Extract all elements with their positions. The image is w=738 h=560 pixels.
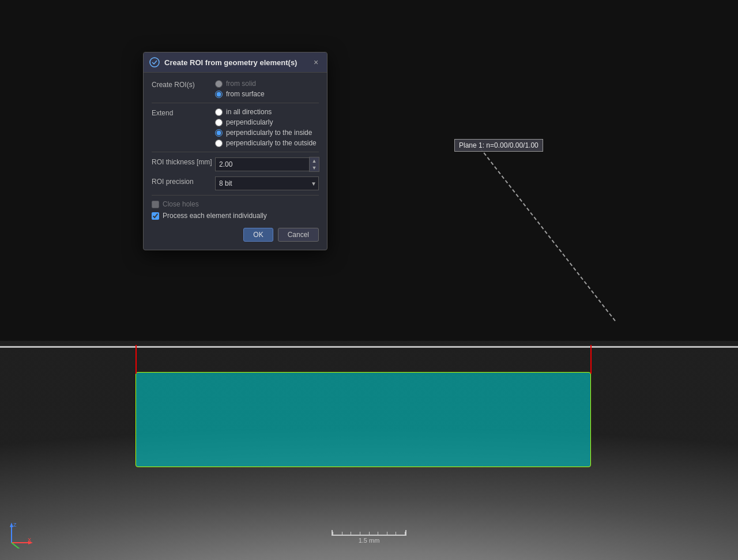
extend-perp-radio[interactable] <box>215 119 223 126</box>
separator-1 <box>152 103 319 103</box>
process-each-label: Process each element individually <box>163 212 267 220</box>
scale-bar-tick <box>396 532 396 535</box>
roi-thickness-spinner: ▲ ▼ <box>215 157 319 172</box>
scale-bar-tick <box>351 532 351 535</box>
surface-line <box>0 346 738 348</box>
scale-bar-line <box>332 530 406 536</box>
roi-thickness-label: ROI thickness [mm] <box>152 157 215 166</box>
create-roi-row: Create ROI(s) from solid from surface <box>152 80 319 98</box>
create-roi-controls: from solid from surface <box>215 80 319 98</box>
extend-all-directions[interactable]: in all directions <box>215 108 319 116</box>
scale-bar-tick <box>360 532 360 535</box>
scale-bar-tick <box>333 532 333 535</box>
extend-row: Extend in all directions perpendicularly… <box>152 108 319 147</box>
roi-box <box>135 372 591 467</box>
from-solid-label: from solid <box>226 80 256 88</box>
spinner-down-button[interactable]: ▼ <box>310 164 319 171</box>
axis-indicator: Z X <box>6 520 35 548</box>
dashed-line <box>480 148 616 321</box>
extend-controls: in all directions perpendicularly perpen… <box>215 108 319 147</box>
extend-perp-inside-radio[interactable] <box>215 129 223 137</box>
close-holes-label: Close holes <box>163 200 199 208</box>
svg-text:Z: Z <box>13 522 17 528</box>
spinner-up-button[interactable]: ▲ <box>310 157 319 164</box>
dialog-body: Create ROI(s) from solid from surface Ex… <box>144 73 327 250</box>
dialog-titlebar: Create ROI from geometry element(s) × <box>144 52 327 73</box>
from-surface-radio[interactable] <box>215 91 223 98</box>
extend-perp-outside[interactable]: perpendicularly to the outside <box>215 139 319 147</box>
dialog-title-icon <box>149 57 160 67</box>
extend-perp-inside-label: perpendicularly to the inside <box>226 129 312 137</box>
red-line-left <box>135 345 137 374</box>
extend-perp-outside-radio[interactable] <box>215 140 223 147</box>
dialog-footer: OK Cancel <box>152 228 319 242</box>
from-surface-label: from surface <box>226 90 265 98</box>
from-solid-option[interactable]: from solid <box>215 80 319 88</box>
separator-3 <box>152 195 319 196</box>
close-button[interactable]: × <box>311 57 321 67</box>
from-solid-radio[interactable] <box>215 80 223 88</box>
extend-perp-inside[interactable]: perpendicularly to the inside <box>215 129 319 137</box>
scale-bar: 1.5 mm <box>332 530 406 544</box>
scale-bar-tick <box>378 532 378 535</box>
roi-precision-controls: 8 bit 16 bit 32 bit ▼ <box>215 176 319 190</box>
roi-thickness-input[interactable] <box>215 157 309 171</box>
roi-precision-select-wrapper: 8 bit 16 bit 32 bit ▼ <box>215 176 319 190</box>
spinner-buttons: ▲ ▼ <box>309 157 319 172</box>
extend-perp-outside-label: perpendicularly to the outside <box>226 139 317 147</box>
scale-bar-label: 1.5 mm <box>359 537 380 544</box>
ok-button[interactable]: OK <box>243 228 273 242</box>
viewport: Plane 1: n=0.00/0.00/1.00 1.5 mm Z <box>0 0 738 560</box>
roi-thickness-controls: ▲ ▼ <box>215 157 319 172</box>
red-line-right <box>590 345 592 374</box>
create-roi-label: Create ROI(s) <box>152 80 215 89</box>
svg-text:X: X <box>28 537 31 543</box>
roi-precision-select[interactable]: 8 bit 16 bit 32 bit <box>215 176 319 190</box>
separator-2 <box>152 152 319 152</box>
roi-thickness-row: ROI thickness [mm] ▲ ▼ <box>152 157 319 172</box>
scale-bar-tick <box>369 532 370 535</box>
roi-precision-label: ROI precision <box>152 176 215 186</box>
scale-bar-tick <box>387 532 387 535</box>
roi-precision-row: ROI precision 8 bit 16 bit 32 bit ▼ <box>152 176 319 190</box>
process-each-row: Process each element individually <box>152 212 319 220</box>
extend-perp-label: perpendicularly <box>226 118 273 126</box>
svg-point-7 <box>150 58 159 67</box>
svg-line-6 <box>12 543 22 548</box>
cancel-button[interactable]: Cancel <box>278 228 319 242</box>
scale-bar-tick <box>405 532 405 535</box>
extend-label: Extend <box>152 108 215 117</box>
scale-bar-ticks <box>333 532 405 535</box>
close-holes-checkbox[interactable] <box>152 201 159 208</box>
close-holes-row: Close holes <box>152 200 319 208</box>
plane-label: Plane 1: n=0.00/0.00/1.00 <box>454 139 543 152</box>
extend-all-radio[interactable] <box>215 108 223 116</box>
process-each-checkbox[interactable] <box>152 212 159 220</box>
create-roi-dialog: Create ROI from geometry element(s) × Cr… <box>143 52 327 250</box>
from-surface-option[interactable]: from surface <box>215 90 319 98</box>
scale-bar-tick <box>342 532 342 535</box>
dialog-title: Create ROI from geometry element(s) <box>164 58 306 67</box>
extend-all-label: in all directions <box>226 108 272 116</box>
extend-perpendicularly[interactable]: perpendicularly <box>215 118 319 126</box>
